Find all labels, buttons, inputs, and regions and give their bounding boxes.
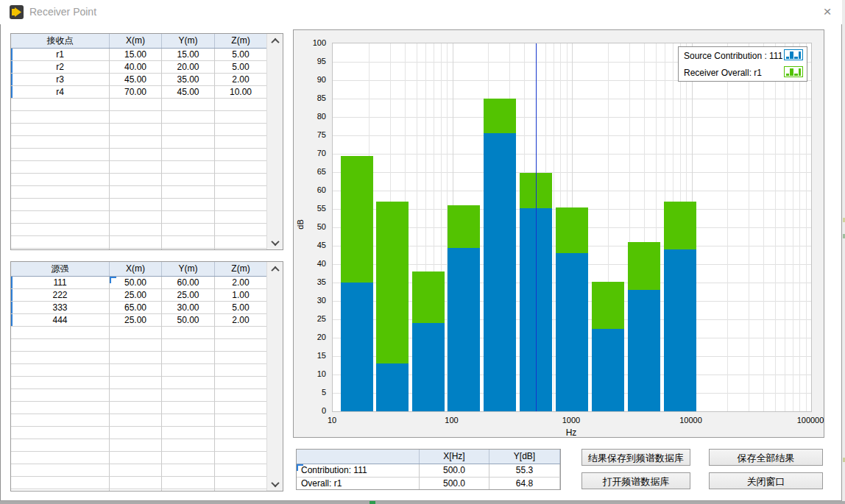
empty-cell[interactable] (215, 136, 267, 149)
empty-cell[interactable] (110, 427, 162, 439)
empty-cell[interactable] (110, 377, 162, 389)
receiver-table-scrollbar[interactable] (266, 34, 283, 249)
empty-cell[interactable] (215, 211, 267, 224)
empty-cell[interactable] (162, 149, 215, 161)
empty-cell[interactable] (11, 414, 110, 427)
bar-contribution[interactable] (592, 329, 624, 411)
save-all-results-button[interactable]: 保存全部结果 (709, 449, 823, 466)
empty-cell[interactable] (162, 211, 215, 224)
table-cell[interactable]: r3 (11, 74, 110, 86)
empty-cell[interactable] (110, 452, 162, 464)
empty-cell[interactable] (162, 352, 215, 364)
empty-cell[interactable] (110, 174, 162, 186)
empty-cell[interactable] (110, 136, 162, 149)
empty-cell[interactable] (162, 364, 215, 377)
empty-cell[interactable] (215, 489, 267, 491)
empty-cell[interactable] (215, 452, 267, 464)
empty-cell[interactable] (110, 327, 162, 339)
table-cell[interactable]: 2.00 (215, 314, 267, 327)
empty-cell[interactable] (11, 489, 110, 491)
empty-cell[interactable] (162, 161, 215, 174)
empty-cell[interactable] (11, 464, 110, 477)
bar-contribution[interactable] (484, 133, 516, 411)
plot-area[interactable] (332, 43, 812, 412)
table-cell[interactable]: 15.00 (110, 49, 162, 61)
save-to-spectrum-db-button[interactable]: 结果保存到频谱数据库 (581, 449, 690, 466)
table-cell[interactable]: 70.00 (110, 86, 162, 99)
empty-cell[interactable] (11, 389, 110, 402)
bar-contribution[interactable] (412, 323, 445, 411)
empty-cell[interactable] (110, 224, 162, 236)
table-cell[interactable]: 30.00 (162, 302, 215, 314)
empty-cell[interactable] (215, 389, 267, 402)
empty-cell[interactable] (110, 402, 162, 414)
empty-cell[interactable] (110, 364, 162, 377)
empty-cell[interactable] (110, 211, 162, 224)
empty-cell[interactable] (110, 149, 162, 161)
empty-cell[interactable] (215, 339, 267, 352)
open-spectrum-db-button[interactable]: 打开频谱数据库 (581, 472, 690, 489)
empty-cell[interactable] (215, 224, 267, 236)
empty-cell[interactable] (11, 161, 110, 174)
close-window-button[interactable]: 关闭窗口 (709, 472, 823, 489)
empty-cell[interactable] (11, 402, 110, 414)
empty-cell[interactable] (162, 224, 215, 236)
table-cell[interactable]: 15.00 (162, 49, 215, 61)
empty-cell[interactable] (215, 439, 267, 452)
empty-cell[interactable] (11, 352, 110, 364)
empty-cell[interactable] (11, 186, 110, 199)
scroll-down-icon[interactable] (267, 236, 283, 249)
empty-cell[interactable] (11, 111, 110, 124)
empty-cell[interactable] (11, 224, 110, 236)
empty-cell[interactable] (11, 339, 110, 352)
table-cell[interactable]: 50.00 (110, 277, 162, 289)
empty-cell[interactable] (11, 211, 110, 224)
readout-cell[interactable]: 500.0 (420, 478, 489, 490)
table-cell[interactable]: r2 (11, 61, 110, 74)
empty-cell[interactable] (11, 199, 110, 211)
empty-cell[interactable] (110, 199, 162, 211)
bar-contribution[interactable] (628, 290, 660, 411)
table-cell[interactable]: 60.00 (162, 277, 215, 289)
readout-cell[interactable]: Overall: r1 (297, 478, 420, 490)
table-cell[interactable]: 40.00 (110, 61, 162, 74)
bar-contribution[interactable] (664, 249, 696, 411)
empty-cell[interactable] (162, 186, 215, 199)
empty-cell[interactable] (162, 174, 215, 186)
empty-cell[interactable] (11, 439, 110, 452)
empty-cell[interactable] (215, 161, 267, 174)
empty-cell[interactable] (162, 414, 215, 427)
legend-item[interactable]: Source Contribution : 111 (679, 47, 807, 64)
empty-cell[interactable] (110, 236, 162, 249)
empty-cell[interactable] (110, 389, 162, 402)
bar-contribution[interactable] (556, 253, 588, 411)
empty-cell[interactable] (110, 339, 162, 352)
empty-cell[interactable] (162, 439, 215, 452)
empty-cell[interactable] (110, 477, 162, 489)
table-cell[interactable]: 25.00 (110, 314, 162, 327)
table-cell[interactable]: 2.00 (215, 74, 267, 86)
empty-cell[interactable] (162, 136, 215, 149)
empty-cell[interactable] (11, 236, 110, 249)
table-cell[interactable]: 45.00 (110, 74, 162, 86)
empty-cell[interactable] (110, 489, 162, 491)
empty-cell[interactable] (215, 414, 267, 427)
empty-cell[interactable] (215, 236, 267, 249)
empty-cell[interactable] (11, 174, 110, 186)
table-cell[interactable]: 222 (11, 289, 110, 302)
empty-cell[interactable] (110, 464, 162, 477)
bar-contribution[interactable] (376, 363, 409, 411)
empty-cell[interactable] (110, 111, 162, 124)
empty-cell[interactable] (11, 477, 110, 489)
table-cell[interactable]: 5.00 (215, 61, 267, 74)
table-cell[interactable]: 2.00 (215, 277, 267, 289)
empty-cell[interactable] (11, 124, 110, 136)
table-cell[interactable]: 45.00 (162, 86, 215, 99)
empty-cell[interactable] (215, 111, 267, 124)
empty-cell[interactable] (162, 402, 215, 414)
close-icon[interactable]: × (817, 3, 838, 21)
table-cell[interactable]: 35.00 (162, 74, 215, 86)
empty-cell[interactable] (110, 249, 162, 249)
scroll-up-icon[interactable] (267, 35, 283, 47)
empty-cell[interactable] (162, 489, 215, 491)
